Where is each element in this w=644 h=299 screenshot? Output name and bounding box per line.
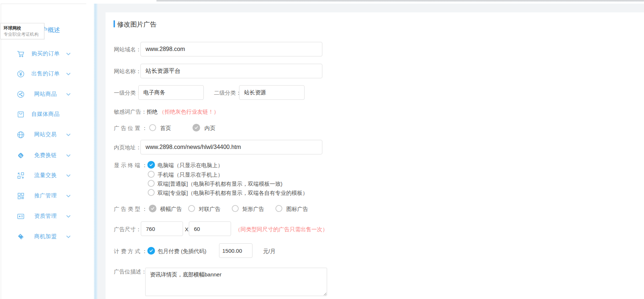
- category1-label: 一级分类：: [114, 90, 141, 97]
- adtype-couplet-radio[interactable]: [188, 205, 195, 212]
- terminal-dual-normal-label[interactable]: 双端[普通版]（电脑和手机都有显示，双端模板一致): [158, 181, 282, 188]
- sidebar-item-sold-orders[interactable]: 出售的订单: [0, 67, 87, 80]
- terminal-label: 显 示 终 端 ：: [114, 162, 147, 169]
- check-icon: [194, 125, 199, 130]
- sidebar-item-label: 网站商品: [22, 91, 69, 98]
- billing-label: 计 费 方 式 ：: [114, 248, 147, 255]
- adtype-banner-radio-checked[interactable]: [149, 205, 156, 212]
- check-icon: [149, 248, 154, 253]
- sidebar-item-promotion-management[interactable]: 推广管理: [0, 189, 87, 202]
- sidebar-item-label: 商机加盟: [22, 233, 69, 240]
- chevron-down-icon[interactable]: [66, 132, 71, 137]
- terminal-dual-pro-label[interactable]: 双端[专业版]（电脑和手机都有显示，双端各自有专业的模板）: [158, 190, 308, 197]
- tooltip-subtitle: 专业职业考证机构: [4, 31, 41, 38]
- sidebar-item-label: 免费换链: [22, 152, 69, 159]
- adtype-rect-label[interactable]: 矩形广告: [242, 206, 264, 213]
- category1-input[interactable]: [138, 85, 204, 100]
- top-shadow: [156, 0, 644, 2]
- price-unit: 元/月: [263, 248, 275, 255]
- chevron-down-icon[interactable]: [66, 51, 71, 56]
- chevron-down-icon[interactable]: [66, 92, 71, 97]
- page: 账户概述 环球网校 专业职业考证机构 购买的订单 出售的订单 网站商品 自媒体商…: [0, 0, 644, 299]
- title-accent-bar: [114, 20, 115, 27]
- sidebar-top-border: [1, 4, 86, 4]
- terminal-pc-label[interactable]: 电脑端（只显示在电脑上）: [158, 162, 223, 169]
- category2-label: 二级分类：: [214, 90, 241, 97]
- check-icon: [149, 162, 154, 167]
- category2-input[interactable]: [239, 85, 305, 100]
- terminal-pc-radio-checked[interactable]: [147, 161, 155, 169]
- sidebar-item-label: 购买的订单: [22, 50, 69, 57]
- sidebar-item-qualification-management[interactable]: 资质管理: [0, 210, 87, 223]
- sidebar-item-label: 流量交换: [22, 172, 69, 179]
- terminal-dual-normal-radio[interactable]: [148, 180, 155, 187]
- sidebar-divider-strip: [94, 4, 98, 299]
- sensitive-label: 敏感词广告：: [114, 109, 147, 115]
- chevron-down-icon[interactable]: [66, 214, 71, 219]
- position-home-label[interactable]: 首页: [160, 125, 171, 132]
- inner-url-label: 内页地址：: [114, 144, 141, 151]
- terminal-dual-pro-radio[interactable]: [148, 189, 155, 196]
- sidebar-item-label: 出售的订单: [22, 70, 69, 77]
- chevron-down-icon[interactable]: [66, 71, 71, 76]
- size-separator: X: [185, 226, 188, 232]
- domain-label: 网站域名：: [114, 46, 141, 53]
- sidebar-item-traffic-exchange[interactable]: 流量交换: [0, 169, 87, 182]
- billing-monthly-label[interactable]: 包月付费 (免插代码): [158, 248, 206, 255]
- adtype-couplet-label[interactable]: 对联广告: [199, 206, 220, 213]
- ad-width-input[interactable]: [141, 221, 183, 236]
- chevron-down-icon[interactable]: [66, 153, 71, 158]
- sidebar-item-website-trade[interactable]: 网站交易: [0, 128, 87, 141]
- description-label: 广告位描述：: [114, 268, 147, 275]
- tooltip-title: 环球网校: [4, 25, 41, 31]
- adtype-icon-label[interactable]: 图标广告: [286, 206, 308, 213]
- position-home-radio[interactable]: [149, 124, 156, 131]
- ad-position-label: 广 告 位 置 ：: [114, 125, 147, 132]
- adtype-banner-label[interactable]: 横幅广告: [160, 206, 182, 213]
- chevron-down-icon[interactable]: [66, 193, 71, 198]
- price-input[interactable]: [219, 243, 253, 258]
- chevron-down-icon[interactable]: [66, 234, 71, 239]
- sidebar-item-business-join[interactable]: 商机加盟: [0, 230, 87, 243]
- description-textarea[interactable]: 资讯详情页，底部横幅banner: [145, 268, 327, 296]
- inner-url-input[interactable]: [140, 140, 322, 154]
- sidebar-item-label: 网站交易: [22, 131, 69, 138]
- ad-size-note: （同类型同尺寸的广告只需出售一次）: [235, 226, 328, 233]
- ad-size-label: 广告尺寸：: [114, 226, 141, 233]
- sensitive-value: 拒绝: [147, 109, 158, 115]
- sidebar-item-purchased-orders[interactable]: 购买的订单: [0, 47, 87, 60]
- sidebar-item-selfmedia-products[interactable]: 自媒体商品: [0, 108, 87, 121]
- position-inner-label[interactable]: 内页: [204, 125, 215, 132]
- site-tooltip: 环球网校 专业职业考证机构: [0, 23, 44, 39]
- sidebar-item-label: 推广管理: [22, 192, 69, 199]
- terminal-mobile-label[interactable]: 手机端（只显示在手机上）: [158, 172, 223, 178]
- sidebar-item-label: 资质管理: [22, 213, 69, 220]
- check-icon: [150, 206, 155, 211]
- chevron-down-icon[interactable]: [66, 173, 71, 178]
- ad-height-input[interactable]: [189, 221, 231, 236]
- site-name-label: 网站名称：: [114, 68, 141, 75]
- sidebar-item-free-link-exchange[interactable]: 免费换链: [0, 149, 87, 162]
- terminal-mobile-radio[interactable]: [148, 171, 155, 178]
- site-name-input[interactable]: [140, 64, 322, 78]
- sensitive-warning: （拒绝灰色行业友链！）: [159, 109, 219, 115]
- ad-type-label: 广 告 类 型 ：: [114, 206, 147, 213]
- adtype-rect-radio[interactable]: [232, 205, 239, 212]
- sidebar-item-website-products[interactable]: 网站商品: [0, 88, 87, 101]
- domain-input[interactable]: [140, 42, 322, 56]
- billing-monthly-check-checked[interactable]: [147, 247, 155, 255]
- position-inner-radio-checked[interactable]: [192, 124, 200, 131]
- page-title: 修改图片广告: [117, 20, 156, 29]
- adtype-icon-radio[interactable]: [275, 205, 282, 212]
- sidebar-item-label: 自媒体商品: [22, 111, 69, 118]
